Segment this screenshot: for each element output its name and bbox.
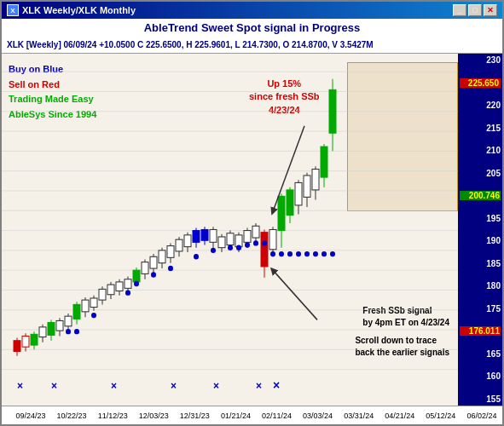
date-9: 03/31/24 bbox=[339, 412, 379, 420]
svg-point-101 bbox=[228, 245, 233, 250]
svg-text:×: × bbox=[171, 380, 177, 392]
svg-rect-67 bbox=[227, 233, 234, 245]
svg-text:×: × bbox=[111, 380, 117, 392]
date-3: 11/12/23 bbox=[92, 412, 133, 420]
svg-text:×: × bbox=[17, 380, 23, 392]
title-bar: X XLK Weekly/XLK Monthly _ □ ✕ bbox=[2, 2, 502, 19]
svg-point-106 bbox=[270, 251, 275, 256]
svg-point-105 bbox=[262, 240, 267, 245]
price-230: 230 bbox=[460, 55, 501, 65]
svg-rect-85 bbox=[304, 176, 310, 197]
svg-rect-51 bbox=[159, 250, 165, 263]
svg-rect-49 bbox=[150, 256, 157, 268]
price-axis: 230 225.650 220 215 210 205 200.746 195 … bbox=[458, 54, 502, 406]
svg-rect-83 bbox=[295, 182, 302, 204]
svg-rect-53 bbox=[167, 246, 174, 258]
svg-rect-31 bbox=[73, 304, 80, 319]
svg-rect-23 bbox=[39, 327, 46, 337]
date-2: 10/22/23 bbox=[51, 412, 92, 420]
svg-rect-33 bbox=[82, 300, 89, 312]
svg-point-111 bbox=[313, 251, 318, 256]
price-low-label: 176.011 bbox=[460, 326, 501, 336]
svg-point-95 bbox=[125, 290, 130, 295]
svg-rect-55 bbox=[176, 239, 182, 251]
price-high: 225.650 bbox=[460, 78, 501, 88]
svg-text:×: × bbox=[51, 380, 57, 392]
svg-rect-19 bbox=[22, 336, 29, 347]
svg-point-109 bbox=[296, 251, 301, 256]
price-190: 190 bbox=[460, 236, 501, 245]
svg-rect-81 bbox=[287, 190, 293, 216]
svg-rect-39 bbox=[107, 285, 114, 295]
svg-rect-89 bbox=[321, 147, 327, 177]
svg-point-112 bbox=[322, 251, 327, 256]
svg-point-104 bbox=[253, 240, 258, 245]
svg-rect-73 bbox=[252, 226, 259, 238]
svg-rect-25 bbox=[48, 323, 55, 336]
chart-svg: × × × × × × × bbox=[2, 54, 458, 406]
date-6: 01/21/24 bbox=[215, 412, 256, 420]
price-215: 215 bbox=[460, 124, 501, 133]
svg-rect-77 bbox=[269, 230, 276, 250]
price-155: 155 bbox=[460, 394, 501, 404]
svg-point-113 bbox=[330, 251, 335, 256]
svg-rect-61 bbox=[201, 230, 208, 241]
svg-line-122 bbox=[273, 270, 317, 320]
svg-point-100 bbox=[211, 248, 216, 253]
date-7: 02/11/24 bbox=[256, 412, 297, 420]
svg-rect-27 bbox=[56, 320, 63, 331]
svg-rect-57 bbox=[184, 235, 191, 247]
date-1: 09/24/23 bbox=[10, 412, 51, 420]
svg-rect-91 bbox=[329, 89, 336, 133]
svg-text:×: × bbox=[273, 378, 280, 392]
svg-point-94 bbox=[91, 313, 96, 318]
price-160: 160 bbox=[460, 371, 501, 381]
chart-title: AbleTrend Sweet Spot signal in Progress bbox=[2, 19, 502, 37]
svg-text:×: × bbox=[256, 380, 262, 392]
svg-point-98 bbox=[168, 266, 173, 271]
svg-rect-21 bbox=[31, 334, 38, 345]
price-210: 210 bbox=[460, 146, 501, 155]
svg-point-93 bbox=[74, 329, 79, 334]
price-165: 165 bbox=[460, 349, 501, 359]
price-185: 185 bbox=[460, 259, 501, 268]
price-195: 195 bbox=[460, 214, 501, 223]
svg-point-99 bbox=[194, 254, 199, 259]
minimize-button[interactable]: _ bbox=[453, 4, 466, 16]
svg-point-102 bbox=[236, 245, 241, 250]
svg-rect-71 bbox=[244, 231, 251, 243]
main-window: X XLK Weekly/XLK Monthly _ □ ✕ AbleTrend… bbox=[0, 0, 504, 426]
svg-rect-37 bbox=[99, 289, 106, 300]
app-icon: X bbox=[7, 4, 19, 16]
window-title: XLK Weekly/XLK Monthly bbox=[22, 5, 136, 15]
svg-rect-79 bbox=[278, 196, 285, 230]
svg-text:×: × bbox=[213, 380, 219, 392]
svg-rect-35 bbox=[90, 298, 97, 308]
price-200-label: 200.746 bbox=[460, 191, 501, 200]
maximize-button[interactable]: □ bbox=[468, 4, 482, 16]
close-button[interactable]: ✕ bbox=[484, 4, 497, 16]
svg-rect-17 bbox=[14, 341, 20, 352]
svg-rect-63 bbox=[210, 230, 217, 243]
svg-point-108 bbox=[287, 251, 293, 256]
svg-rect-43 bbox=[125, 279, 131, 289]
svg-rect-87 bbox=[312, 170, 319, 190]
svg-rect-59 bbox=[193, 231, 200, 243]
date-10: 04/21/24 bbox=[379, 412, 420, 420]
price-175: 175 bbox=[460, 304, 501, 314]
svg-point-92 bbox=[66, 329, 71, 334]
ticker-header: XLK [Weekly] 06/09/24 +10.0500 C 225.650… bbox=[2, 37, 502, 54]
date-axis: 09/24/23 10/22/23 11/12/23 12/03/23 12/3… bbox=[2, 406, 502, 424]
svg-point-96 bbox=[134, 281, 139, 286]
chart-canvas: Buy on Blue Sell on Red Trading Made Eas… bbox=[2, 54, 458, 406]
date-8: 03/03/24 bbox=[298, 412, 339, 420]
date-5: 12/31/23 bbox=[174, 412, 215, 420]
svg-point-107 bbox=[279, 251, 284, 256]
svg-rect-65 bbox=[218, 237, 225, 248]
title-bar-buttons: _ □ ✕ bbox=[453, 4, 497, 16]
svg-point-103 bbox=[245, 242, 250, 247]
svg-rect-75 bbox=[261, 233, 268, 267]
svg-rect-47 bbox=[142, 262, 148, 274]
date-4: 12/03/23 bbox=[133, 412, 174, 420]
date-12: 06/02/24 bbox=[461, 412, 502, 420]
